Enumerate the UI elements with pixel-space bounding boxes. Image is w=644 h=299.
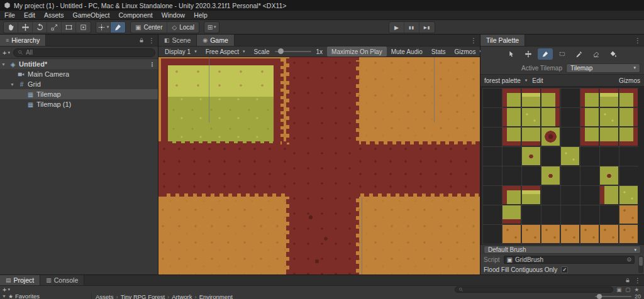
menu-item-edit[interactable]: Edit — [19, 11, 40, 19]
project-search-input[interactable] — [465, 286, 609, 293]
palette-tile[interactable] — [502, 205, 521, 224]
palette-tile[interactable] — [522, 147, 540, 165]
rotate-tool-icon[interactable] — [33, 22, 47, 33]
flood-fill-checkbox[interactable]: ✓ — [561, 266, 568, 273]
favorites-item[interactable]: ▼ ★ Favorites — [0, 293, 92, 299]
tab-game[interactable]: ◉ Game — [197, 35, 234, 46]
breadcrumb-artwork[interactable]: Artwork — [172, 293, 192, 299]
panel-menu-icon[interactable]: ⋮ — [148, 37, 155, 44]
edit-button[interactable]: Edit — [532, 77, 543, 84]
project-search[interactable] — [455, 286, 613, 293]
palette-tile[interactable] — [541, 225, 560, 243]
icon-size-slider[interactable] — [595, 296, 631, 297]
palette-tile[interactable] — [580, 128, 599, 146]
hierarchy-search[interactable] — [13, 48, 155, 57]
foldout-icon[interactable]: ▼ — [0, 62, 7, 67]
pivot-toggle-button[interactable]: ▣ Center — [131, 22, 167, 33]
paint-brush-tool-icon[interactable] — [538, 48, 553, 60]
palette-tile[interactable] — [619, 89, 638, 107]
aspect-dropdown[interactable]: Free Aspect ▾ — [201, 46, 250, 57]
hierarchy-item-tilemap[interactable]: ▦ Tilemap — [0, 89, 158, 99]
transform-combined-tool-icon[interactable] — [76, 22, 91, 33]
palette-tile[interactable] — [619, 186, 638, 204]
space-toggle-button[interactable]: ◇ Local — [167, 22, 199, 33]
menu-item-file[interactable]: File — [0, 11, 19, 19]
palette-tile[interactable] — [561, 147, 579, 165]
move-selection-tool-icon[interactable] — [521, 48, 536, 60]
palette-tile[interactable] — [522, 128, 540, 146]
scale-slider[interactable] — [275, 51, 311, 52]
lock-icon[interactable] — [625, 277, 631, 283]
hierarchy-search-input[interactable] — [26, 49, 151, 56]
palette-tile[interactable] — [522, 225, 540, 243]
step-button[interactable]: ▶▮ — [419, 22, 435, 33]
hierarchy-item-grid[interactable]: ▼ # Grid — [0, 79, 158, 89]
hierarchy-item-tilemap-1[interactable]: ▦ Tilemap (1) — [0, 99, 158, 109]
create-object-button[interactable]: +▾ — [3, 49, 10, 57]
foldout-icon[interactable]: ▼ — [2, 294, 6, 298]
create-asset-button[interactable]: +▾ — [3, 286, 10, 293]
breadcrumb-tiny-rpg-forest[interactable]: Tiny RPG Forest — [121, 293, 165, 299]
palette-tile[interactable] — [619, 108, 638, 126]
palette-tile[interactable] — [502, 108, 521, 126]
scene-row[interactable]: ▼ ◈ Untitled* ⋮ — [0, 59, 158, 69]
palette-tile[interactable] — [600, 186, 618, 204]
palette-tile[interactable] — [502, 89, 521, 107]
palette-grid[interactable] — [482, 88, 638, 244]
active-tilemap-dropdown[interactable]: Tilemap ▾ — [566, 63, 640, 73]
palette-tile[interactable] — [600, 225, 618, 243]
palette-dropdown[interactable]: forest palette ▾ — [484, 77, 527, 84]
game-viewport[interactable] — [158, 57, 480, 275]
foldout-icon[interactable]: ▼ — [9, 82, 16, 87]
select-tool-icon[interactable] — [504, 48, 519, 60]
palette-grid-area[interactable] — [480, 87, 644, 244]
custom-editor-tools-icon[interactable]: ▾ — [96, 22, 111, 33]
palette-tile[interactable] — [541, 89, 560, 107]
script-object-field[interactable]: ▣ GridBrush ⊙ — [504, 256, 635, 264]
panel-menu-icon[interactable]: ⋮ — [470, 37, 477, 44]
palette-tile[interactable] — [541, 108, 560, 126]
palette-tile[interactable] — [561, 225, 579, 243]
palette-tile[interactable] — [502, 128, 521, 146]
palette-tile[interactable] — [502, 225, 521, 243]
palette-tile[interactable] — [522, 186, 540, 204]
display-dropdown[interactable]: Display 1 ▾ — [160, 46, 201, 57]
panel-menu-icon[interactable]: ⋮ — [635, 277, 641, 284]
scale-tool-icon[interactable] — [47, 22, 62, 33]
palette-tile[interactable] — [580, 108, 599, 126]
object-picker-icon[interactable]: ⊙ — [626, 256, 631, 263]
picker-tool-icon[interactable] — [572, 48, 587, 60]
stats-toggle[interactable]: Stats — [427, 46, 450, 57]
palette-tile[interactable] — [600, 166, 618, 185]
rect-tool-icon[interactable] — [62, 22, 76, 33]
play-button[interactable]: ▶ — [389, 22, 404, 33]
brush-settings-scrollbar[interactable] — [638, 256, 643, 273]
tab-project[interactable]: ▤ Project — [0, 275, 40, 285]
box-fill-tool-icon[interactable] — [555, 48, 570, 60]
breadcrumb-assets[interactable]: Assets — [96, 293, 114, 299]
palette-tile[interactable] — [522, 108, 540, 126]
hierarchy-item-main-camera[interactable]: Main Camera — [0, 69, 158, 79]
palette-tile[interactable] — [600, 128, 618, 146]
grid-snapping-icon[interactable]: ⊞ ▾ — [204, 22, 219, 33]
palette-tile[interactable] — [619, 205, 638, 224]
tab-console[interactable]: ▥ Console — [40, 275, 84, 285]
menu-item-window[interactable]: Window — [157, 11, 189, 19]
lock-icon[interactable] — [138, 37, 145, 43]
menu-item-assets[interactable]: Assets — [40, 11, 69, 19]
palette-tile[interactable] — [580, 89, 599, 107]
tab-tile-palette[interactable]: Tile Palette — [480, 35, 525, 46]
maximize-on-play-toggle[interactable]: Maximize On Play — [327, 46, 387, 57]
panel-menu-icon[interactable]: ⋮ — [635, 37, 641, 44]
search-by-label-icon[interactable]: ▢ — [625, 286, 630, 293]
save-search-icon[interactable]: ★ — [634, 286, 639, 293]
tile-palette-brush-tool-icon[interactable] — [111, 22, 125, 33]
scale-slider-handle[interactable] — [278, 48, 284, 54]
default-brush-dropdown[interactable]: Default Brush ▾ — [484, 246, 641, 254]
palette-gizmos-button[interactable]: Gizmos — [619, 77, 640, 84]
flood-fill-tool-icon[interactable] — [606, 48, 621, 60]
move-tool-icon[interactable] — [18, 22, 33, 33]
palette-tile[interactable] — [522, 89, 540, 107]
palette-tile[interactable] — [619, 225, 638, 243]
palette-tile[interactable] — [541, 166, 560, 185]
